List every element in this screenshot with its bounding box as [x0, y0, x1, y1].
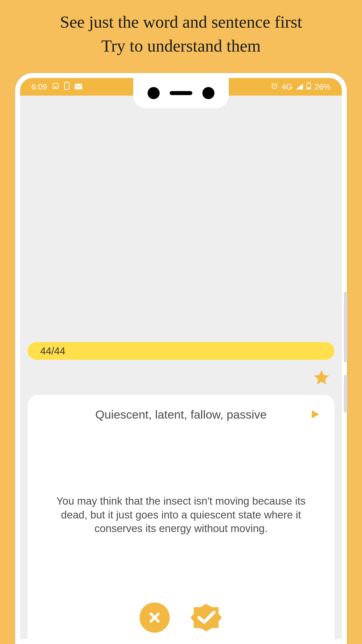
confirm-button[interactable] — [190, 601, 222, 634]
instruction-header: See just the word and sentence first Try… — [0, 10, 362, 58]
svg-rect-3 — [66, 82, 68, 83]
mail-icon — [75, 82, 82, 92]
progress-text: 44/44 — [40, 345, 65, 357]
progress-bar: 44/44 — [28, 342, 334, 360]
notch-speaker — [170, 91, 192, 95]
dismiss-button[interactable] — [140, 602, 170, 633]
status-bar-left: 6:09 — [31, 82, 82, 92]
favorite-star-icon[interactable] — [312, 369, 331, 388]
battery-saver-icon — [64, 82, 70, 92]
action-buttons — [28, 601, 334, 639]
svg-marker-6 — [296, 84, 303, 89]
network-label: 4G — [282, 82, 292, 92]
card-header: Quiescent, latent, fallow, passive — [39, 408, 323, 421]
vocabulary-card: Quiescent, latent, fallow, passive You m… — [28, 395, 334, 639]
signal-icon — [296, 82, 303, 92]
phone-notch — [133, 78, 229, 108]
svg-rect-9 — [307, 87, 310, 89]
svg-rect-8 — [308, 82, 310, 83]
svg-rect-2 — [65, 83, 69, 90]
svg-marker-10 — [312, 410, 319, 419]
status-bar-right: 4G 26% — [271, 82, 331, 92]
header-line-1: See just the word and sentence first — [0, 10, 362, 34]
svg-rect-0 — [53, 83, 58, 89]
svg-rect-4 — [75, 84, 82, 89]
phone-screen: 6:09 4G — [20, 78, 342, 639]
header-line-2: Try to understand them — [0, 34, 362, 58]
play-audio-button[interactable] — [309, 409, 321, 421]
notch-camera-left — [148, 87, 160, 99]
sentence-text: You may think that the insect isn't movi… — [39, 494, 323, 536]
battery-icon — [306, 82, 311, 92]
svg-marker-11 — [191, 604, 222, 631]
status-time: 6:09 — [31, 82, 47, 92]
svg-marker-1 — [54, 86, 57, 88]
side-button-power — [344, 375, 347, 413]
side-button-volume — [344, 292, 347, 362]
phone-frame: 6:09 4G — [15, 73, 347, 644]
progress-container: 44/44 — [28, 342, 334, 360]
image-icon — [52, 82, 59, 92]
notch-camera-right — [202, 87, 214, 99]
alarm-icon — [271, 82, 278, 92]
word-text: Quiescent, latent, fallow, passive — [95, 408, 267, 421]
battery-label: 26% — [314, 82, 331, 92]
